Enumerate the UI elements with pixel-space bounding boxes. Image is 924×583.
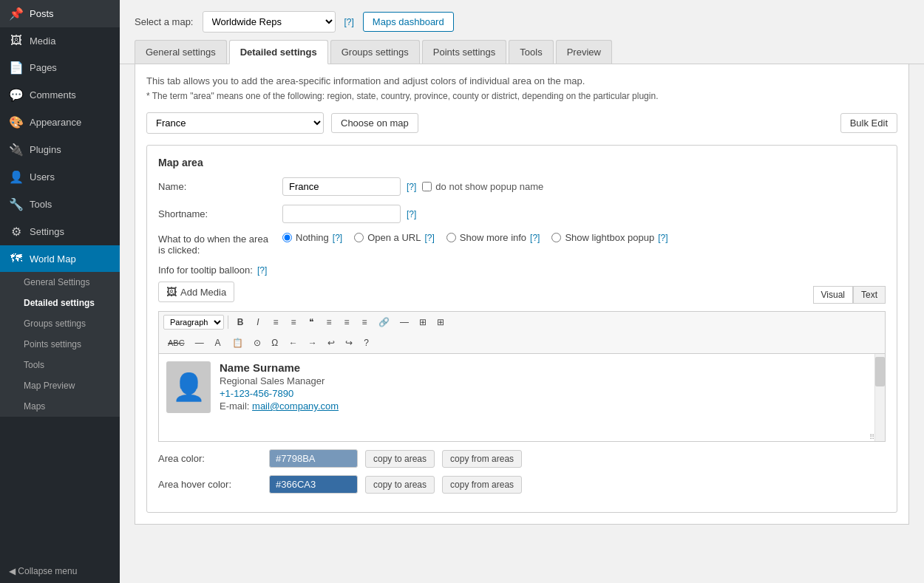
sidebar-item-comments[interactable]: 💬 Comments: [0, 81, 120, 109]
submenu-groups-settings[interactable]: Groups settings: [0, 313, 120, 334]
editor-toolbar-row1: Paragraph B I ≡ ≡ ❝ ≡ ≡ ≡ 🔗 — ⊞ ⊞: [158, 311, 886, 333]
radio-lightbox[interactable]: Show lightbox popup [?]: [551, 232, 667, 243]
shortname-help[interactable]: [?]: [407, 209, 416, 219]
map-select[interactable]: Worldwide Reps: [203, 11, 336, 33]
area-select[interactable]: France: [146, 112, 324, 134]
ordered-list-button[interactable]: ≡: [285, 315, 302, 330]
indent-button[interactable]: →: [304, 335, 322, 350]
area-hover-color-label: Area hover color:: [158, 479, 262, 490]
shortname-input[interactable]: [282, 205, 401, 223]
sidebar-item-label: Tools: [30, 199, 52, 210]
italic-button[interactable]: I: [250, 315, 266, 330]
sidebar-item-users[interactable]: 👤 Users: [0, 163, 120, 191]
tab-detailed-settings[interactable]: Detailed settings: [229, 40, 328, 64]
radio-open-url[interactable]: Open a URL [?]: [354, 232, 435, 243]
name-help[interactable]: [?]: [407, 182, 416, 192]
editor-area[interactable]: 👤 Name Surname Regional Sales Manager +1…: [158, 353, 886, 442]
area-color-input[interactable]: [269, 449, 358, 468]
no-popup-checkbox[interactable]: [422, 182, 432, 191]
align-right-button[interactable]: ≡: [356, 315, 373, 330]
editor-scrollbar[interactable]: [874, 354, 885, 441]
sidebar-item-world-map[interactable]: 🗺 World Map: [0, 245, 120, 272]
name-row: Name: [?] do not show popup name: [158, 177, 886, 196]
radio-show-more[interactable]: Show more info [?]: [446, 232, 540, 243]
sidebar-item-pages[interactable]: 📄 Pages: [0, 54, 120, 81]
fullscreen-button[interactable]: ⊞: [415, 315, 431, 330]
clear-format-button[interactable]: ⊙: [249, 335, 265, 350]
sidebar-item-label: Settings: [30, 226, 64, 237]
name-input[interactable]: [282, 177, 401, 196]
visual-tab[interactable]: Visual: [813, 286, 853, 304]
area-color-copy-button[interactable]: copy from areas: [442, 450, 522, 468]
avatar: 👤: [166, 361, 211, 413]
redo-button[interactable]: ↪: [341, 335, 357, 350]
text-tab[interactable]: Text: [853, 286, 886, 304]
map-selector-row: Select a map: Worldwide Reps [?] Maps da…: [120, 0, 924, 40]
bold-button[interactable]: B: [232, 315, 248, 330]
hr-button[interactable]: —: [395, 315, 413, 330]
sidebar-item-appearance[interactable]: 🎨 Appearance: [0, 109, 120, 136]
tab-general-settings[interactable]: General settings: [135, 40, 227, 64]
paragraph-select[interactable]: Paragraph: [163, 315, 224, 330]
contact-email-link[interactable]: mail@company.com: [252, 400, 339, 412]
submenu-map-preview[interactable]: Map Preview: [0, 375, 120, 396]
tab-content: This tab allows you to add the area-spec…: [135, 64, 909, 525]
collapse-menu-button[interactable]: ◀ Collapse menu: [0, 559, 120, 583]
sidebar: 📌 Posts 🖼 Media 📄 Pages 💬 Comments 🎨 App…: [0, 0, 120, 583]
submenu-maps[interactable]: Maps: [0, 396, 120, 417]
undo-button[interactable]: ↩: [323, 335, 339, 350]
map-select-help[interactable]: [?]: [344, 17, 354, 27]
blockquote-button[interactable]: ❝: [303, 315, 319, 330]
add-media-button[interactable]: 🖼 Add Media: [158, 282, 234, 302]
radio-nothing[interactable]: Nothing [?]: [282, 232, 342, 243]
maps-dashboard-button[interactable]: Maps dashboard: [363, 12, 454, 32]
tab-tools[interactable]: Tools: [509, 40, 553, 64]
tab-preview[interactable]: Preview: [556, 40, 612, 64]
visual-text-tab-group: Visual Text: [813, 286, 886, 304]
add-media-icon: 🖼: [166, 286, 177, 298]
contact-email: E-mail: mail@company.com: [220, 400, 339, 412]
outdent-button[interactable]: ←: [285, 335, 302, 350]
sidebar-item-label: Appearance: [30, 117, 81, 128]
contact-name: Name Surname: [220, 361, 339, 374]
submenu-points-settings[interactable]: Points settings: [0, 334, 120, 355]
area-color-row: Area color: copy to areas copy from area…: [158, 449, 886, 468]
no-popup-label: do not show popup name: [422, 181, 543, 192]
click-action-radio-group: Nothing [?] Open a URL [?] Show more inf…: [282, 232, 667, 243]
tab-points-settings[interactable]: Points settings: [422, 40, 507, 64]
sidebar-item-tools[interactable]: 🔧 Tools: [0, 191, 120, 218]
area-hover-color-copy-button[interactable]: copy from areas: [442, 476, 522, 494]
horizontal-rule-button2[interactable]: —: [191, 335, 208, 350]
align-center-button[interactable]: ≡: [339, 315, 355, 330]
submenu-detailed-settings[interactable]: Detailed settings: [0, 293, 120, 313]
editor-resize-handle[interactable]: ⠿: [869, 433, 874, 441]
tab-bar: General settings Detailed settings Group…: [120, 40, 924, 64]
click-action-row: What to do when the area is clicked: Not…: [158, 232, 886, 256]
area-hover-color-apply-button[interactable]: copy to areas: [365, 476, 435, 494]
unordered-list-button[interactable]: ≡: [268, 315, 284, 330]
tab-groups-settings[interactable]: Groups settings: [330, 40, 420, 64]
strikethrough-button[interactable]: ABC: [163, 336, 189, 350]
link-button[interactable]: 🔗: [374, 315, 394, 330]
submenu-tools[interactable]: Tools: [0, 355, 120, 375]
person-icon: 👤: [172, 372, 205, 403]
area-selector-row: France Choose on map Bulk Edit: [146, 112, 897, 134]
bulk-edit-button[interactable]: Bulk Edit: [840, 113, 897, 133]
help-editor-button[interactable]: ?: [359, 335, 375, 350]
text-color-button[interactable]: A: [210, 335, 226, 350]
table-button[interactable]: ⊞: [432, 315, 449, 330]
special-chars-button[interactable]: Ω: [267, 335, 283, 350]
choose-on-map-button[interactable]: Choose on map: [331, 113, 418, 133]
plugins-icon: 🔌: [9, 143, 24, 157]
area-hover-color-input[interactable]: [269, 475, 358, 494]
sidebar-item-media[interactable]: 🖼 Media: [0, 27, 120, 54]
sidebar-item-label: Pages: [30, 62, 57, 73]
area-color-apply-button[interactable]: copy to areas: [365, 450, 435, 468]
paste-button[interactable]: 📋: [228, 335, 248, 350]
sidebar-item-posts[interactable]: 📌 Posts: [0, 0, 120, 27]
shortname-label: Shortname:: [158, 208, 276, 219]
align-left-button[interactable]: ≡: [321, 315, 337, 330]
sidebar-item-plugins[interactable]: 🔌 Plugins: [0, 136, 120, 163]
sidebar-item-settings[interactable]: ⚙ Settings: [0, 218, 120, 245]
submenu-general-settings[interactable]: General Settings: [0, 272, 120, 293]
